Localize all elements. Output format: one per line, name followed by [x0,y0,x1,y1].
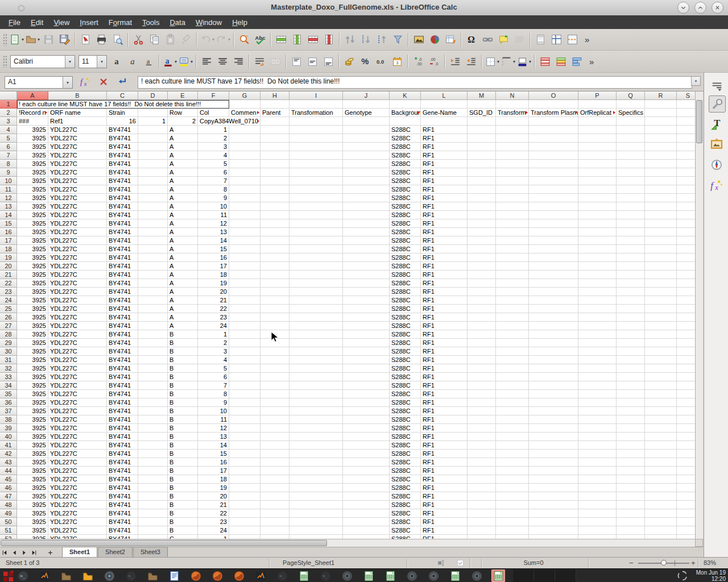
cell-R18[interactable] [645,245,677,253]
cell-I2[interactable]: Transformation [289,109,343,117]
cell-Q17[interactable] [617,236,645,245]
cell-H37[interactable] [260,407,289,415]
function-wizard-button[interactable]: fx [78,75,92,89]
cell-L29[interactable]: RF1 [421,339,468,347]
cell-L6[interactable]: RF1 [421,143,468,151]
cell-R49[interactable] [645,509,677,518]
cell-E47[interactable]: B [168,492,198,501]
cell-S43[interactable] [677,458,695,467]
cell-I28[interactable] [289,330,343,339]
expand-formula-bar-button[interactable]: ▾ [691,76,701,86]
cell-S26[interactable] [677,313,695,322]
cell-K34[interactable]: S288C [390,381,421,390]
sheet-tab-sheet3[interactable]: Sheet3 [133,547,168,557]
cell-G50[interactable] [229,518,260,526]
taskbar-calc-spreadsheet[interactable] [362,569,375,582]
cell-R36[interactable] [645,398,677,407]
cell-L1[interactable] [421,100,468,109]
cell-A41[interactable]: 3925 [17,441,48,450]
cell-M13[interactable] [468,202,496,211]
cell-K13[interactable]: S288C [390,202,421,211]
cell-D5[interactable] [138,134,168,143]
cell-P10[interactable] [578,177,617,185]
cell-C42[interactable]: BY4741 [107,450,138,458]
cell-C19[interactable]: BY4741 [107,253,138,262]
cell-O28[interactable] [529,330,578,339]
cell-I11[interactable] [289,185,343,194]
cell-A38[interactable]: 3925 [17,415,48,424]
cell-D41[interactable] [138,441,168,450]
cell-D9[interactable] [138,168,168,177]
cell-L42[interactable]: RF1 [421,450,468,458]
cell-C36[interactable]: BY4741 [107,398,138,407]
cell-O31[interactable] [529,356,578,364]
taskbar-matlab[interactable] [254,569,267,582]
cell-E16[interactable]: A [168,228,198,236]
insert-row-button[interactable] [274,32,288,47]
cell-F18[interactable]: 15 [198,245,229,253]
cell-C41[interactable]: BY4741 [107,441,138,450]
row-header-22[interactable]: 22 [0,279,17,288]
cell-K17[interactable]: S288C [390,236,421,245]
cell-R44[interactable] [645,467,677,475]
cell-S3[interactable] [677,117,695,126]
cell-P45[interactable] [578,475,617,484]
cell-B8[interactable]: YDL227C [48,160,107,168]
cell-G47[interactable] [229,492,260,501]
row-header-47[interactable]: 47 [0,492,17,501]
cell-C31[interactable]: BY4741 [107,356,138,364]
cell-Q7[interactable] [617,151,645,160]
cell-M7[interactable] [468,151,496,160]
cell-A45[interactable]: 3925 [17,475,48,484]
cell-E34[interactable]: B [168,381,198,390]
cell-F5[interactable]: 2 [198,134,229,143]
cell-O23[interactable] [529,288,578,296]
cell-C21[interactable]: BY4741 [107,271,138,279]
cell-S29[interactable] [677,339,695,347]
cell-O26[interactable] [529,313,578,322]
cell-E11[interactable]: A [168,185,198,194]
row-header-5[interactable]: 5 [0,134,17,143]
cell-L2[interactable]: Gene-Name [421,109,468,117]
cell-E13[interactable]: A [168,202,198,211]
cell-L24[interactable]: RF1 [421,296,468,305]
cell-Q8[interactable] [617,160,645,168]
zoom-slider-handle[interactable] [661,560,667,566]
cell-B22[interactable]: YDL227C [48,279,107,288]
cell-E33[interactable]: B [168,373,198,381]
cell-R30[interactable] [645,347,677,356]
cell-C51[interactable]: BY4741 [107,526,138,535]
cell-N5[interactable] [496,134,529,143]
taskbar-file-manager[interactable] [81,569,94,582]
borders-button[interactable]: ▾ [485,54,499,69]
cell-M45[interactable] [468,475,496,484]
cell-A46[interactable]: 3925 [17,484,48,492]
cell-C5[interactable]: BY4741 [107,134,138,143]
cell-E14[interactable]: A [168,211,198,219]
cell-D13[interactable] [138,202,168,211]
cell-S25[interactable] [677,305,695,313]
cell-M27[interactable] [468,322,496,330]
cell-B35[interactable]: YDL227C [48,390,107,398]
cell-O20[interactable] [529,262,578,271]
taskbar-utility[interactable] [102,569,116,582]
cell-Q41[interactable] [617,441,645,450]
cell-N2[interactable]: Transform [496,109,529,117]
cell-H24[interactable] [260,296,289,305]
cell-N34[interactable] [496,381,529,390]
cell-A20[interactable]: 3925 [17,262,48,271]
cell-S20[interactable] [677,262,695,271]
border-style-button[interactable]: ▾ [500,54,515,69]
cell-P49[interactable] [578,509,617,518]
font-color-button[interactable]: a▾ [162,54,177,69]
cancel-button[interactable] [97,75,110,89]
cell-N48[interactable] [496,501,529,509]
cell-N32[interactable] [496,364,529,373]
cell-G1[interactable] [229,100,260,109]
bold-button[interactable]: a [109,54,124,69]
cell-L38[interactable]: RF1 [421,415,468,424]
conditional-condition-button[interactable] [537,54,552,69]
cell-J13[interactable] [343,202,390,211]
cell-N25[interactable] [496,305,529,313]
cell-I46[interactable] [289,484,343,492]
